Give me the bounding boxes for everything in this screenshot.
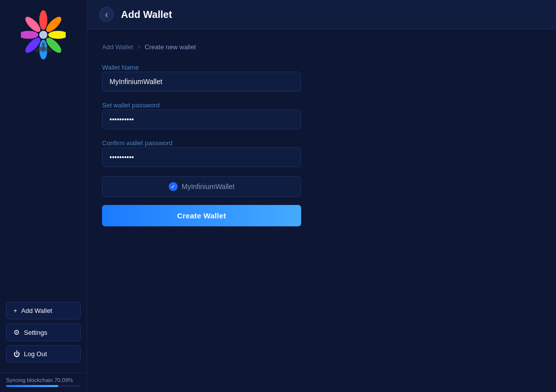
- topbar: Add Wallet: [87, 0, 556, 29]
- logout-button[interactable]: Log Out: [6, 345, 81, 363]
- wallet-display-name: MyInfiniumWallet: [182, 183, 234, 191]
- add-wallet-label: Add Wallet: [21, 307, 52, 314]
- breadcrumb-current: Create new wallet: [144, 43, 196, 51]
- wallet-name-input[interactable]: [102, 72, 301, 92]
- svg-point-0: [39, 10, 47, 30]
- main-area: Add Wallet Add Wallet > Create new walle…: [87, 0, 556, 392]
- set-password-label: Set wallet password: [102, 101, 160, 109]
- confirm-password-label: Confirm wallet password: [102, 139, 173, 147]
- sidebar: Add Wallet Settings Log Out Syncing bloc…: [0, 0, 87, 392]
- logout-label: Log Out: [24, 350, 47, 358]
- wallet-display: ✓ MyInfiniumWallet: [102, 176, 301, 197]
- svg-point-8: [39, 31, 47, 39]
- content-area: Add Wallet > Create new wallet Wallet Na…: [87, 29, 556, 392]
- breadcrumb-root[interactable]: Add Wallet: [102, 43, 133, 51]
- check-icon: ✓: [169, 182, 178, 191]
- svg-point-6: [21, 31, 38, 39]
- sync-track: [6, 385, 81, 387]
- svg-point-2: [48, 31, 66, 39]
- add-wallet-button[interactable]: Add Wallet: [6, 302, 81, 319]
- back-button[interactable]: [99, 7, 114, 22]
- breadcrumb-separator: >: [137, 44, 140, 51]
- settings-label: Settings: [24, 329, 47, 336]
- logo-area: [21, 10, 66, 60]
- create-wallet-button[interactable]: Create Wallet: [102, 205, 301, 226]
- settings-button[interactable]: Settings: [6, 323, 81, 341]
- page-title: Add Wallet: [121, 9, 172, 20]
- gear-icon: [13, 328, 20, 336]
- create-wallet-form: Wallet Name Set wallet password Confirm …: [102, 63, 301, 226]
- sync-bar-area: Syncing blockchain 70.09%: [0, 373, 87, 392]
- plus-icon: [13, 307, 17, 314]
- breadcrumb: Add Wallet > Create new wallet: [102, 43, 541, 51]
- app-logo: [21, 10, 66, 60]
- confirm-password-input[interactable]: [102, 147, 301, 167]
- sync-fill: [6, 385, 58, 387]
- sidebar-actions: Add Wallet Settings Log Out: [0, 302, 87, 373]
- logout-icon: [13, 350, 20, 358]
- sync-text: Syncing blockchain 70.09%: [6, 377, 81, 383]
- set-password-input[interactable]: [102, 109, 301, 129]
- wallet-name-label: Wallet Name: [102, 64, 139, 71]
- chevron-left-icon: [105, 9, 108, 20]
